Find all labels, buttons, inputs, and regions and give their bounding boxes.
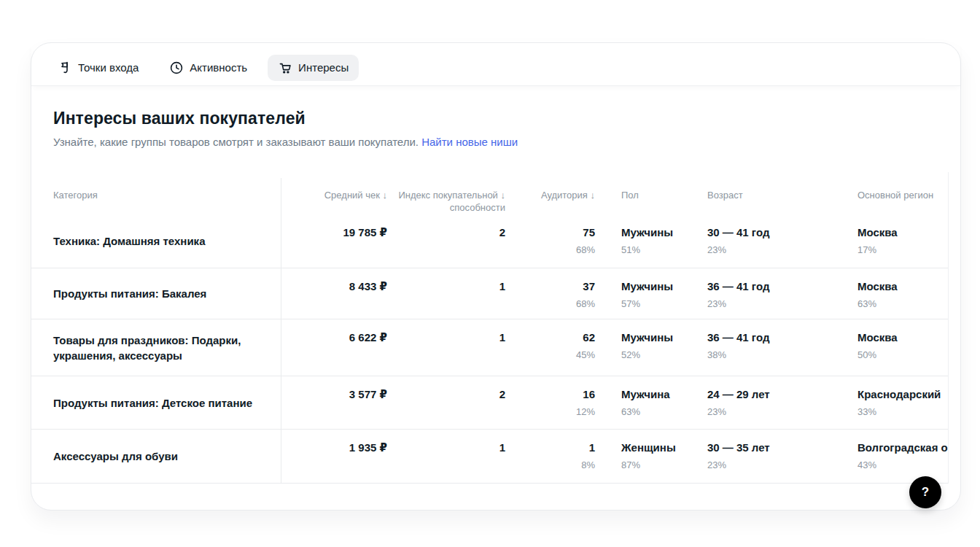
page-subtitle-text: Узнайте, какие группы товаров смотрят и …: [53, 136, 419, 148]
cell-age: 30 — 41 год23%: [681, 214, 831, 268]
table-row: Товары для праздников: Подарки, украшени…: [31, 319, 948, 376]
cell-avg_check: 3 577 ₽: [281, 376, 387, 429]
cell-avg_check: 1 935 ₽: [281, 430, 387, 483]
cell-power_index: 1: [387, 268, 505, 319]
cell-gender: Мужчины52%: [595, 319, 681, 376]
cell-region: Волгоградская о43%: [831, 430, 948, 483]
column-header-avg_check[interactable]: Средний чек ↓: [281, 178, 387, 214]
cell-avg_check: 6 622 ₽: [281, 319, 387, 376]
cell-age: 24 — 29 лет23%: [681, 376, 831, 429]
tab-label: Интересы: [298, 61, 349, 75]
cell-age: 30 — 35 лет23%: [681, 430, 831, 483]
table-body: Техника: Домашняя техника19 785 ₽27568%М…: [31, 214, 948, 484]
cell-category: Товары для праздников: Подарки, украшени…: [31, 319, 281, 376]
cell-power_index: 2: [387, 214, 505, 268]
cell-category: Продукты питания: Детское питание: [31, 376, 281, 429]
cell-region: Краснодарский33%: [831, 376, 948, 429]
clock-icon: [169, 61, 184, 75]
cell-region: Москва63%: [831, 268, 948, 319]
column-header-audience[interactable]: Аудитория ↓: [505, 178, 595, 214]
cell-gender: Женщины87%: [595, 430, 681, 483]
column-header-age: Возраст: [681, 178, 831, 214]
tab-label: Активность: [190, 61, 247, 75]
cell-avg_check: 19 785 ₽: [281, 214, 387, 268]
page-subtitle: Узнайте, какие группы товаров смотрят и …: [53, 135, 938, 150]
cell-power_index: 2: [387, 376, 505, 429]
table-row: Техника: Домашняя техника19 785 ₽27568%М…: [31, 214, 948, 268]
table-header-row: КатегорияСредний чек ↓Индекс покупательн…: [31, 172, 948, 214]
analytics-card: Точки входаАктивностьИнтересы Интересы в…: [31, 42, 961, 511]
cell-audience: 6245%: [505, 319, 595, 376]
column-header-region: Основной регион: [831, 178, 948, 214]
cell-audience: 1612%: [505, 376, 595, 429]
column-header-power_index[interactable]: Индекс покупательной ↓способности: [387, 178, 505, 214]
table-row: Продукты питания: Бакалея8 433 ₽13768%Му…: [31, 268, 948, 319]
page: Точки входаАктивностьИнтересы Интересы в…: [0, 0, 980, 547]
cell-category: Продукты питания: Бакалея: [31, 268, 281, 319]
tab-bar: Точки входаАктивностьИнтересы: [31, 43, 960, 86]
find-niches-link[interactable]: Найти новые ниши: [421, 136, 518, 148]
flag-icon: [58, 61, 72, 75]
tab-точки-входа[interactable]: Точки входа: [47, 55, 149, 81]
cell-avg_check: 8 433 ₽: [281, 268, 387, 319]
cell-gender: Мужчина63%: [595, 376, 681, 429]
cell-region: Москва17%: [831, 214, 948, 268]
cell-category: Аксессуары для обуви: [31, 430, 281, 483]
help-button[interactable]: ?: [909, 476, 941, 508]
cell-audience: 7568%: [505, 214, 595, 268]
cell-age: 36 — 41 год23%: [681, 268, 831, 319]
cell-audience: 18%: [505, 430, 595, 483]
tab-label: Точки входа: [78, 61, 139, 75]
column-header-category: Категория: [31, 178, 281, 214]
cell-age: 36 — 41 год38%: [681, 319, 831, 376]
question-mark-icon: ?: [922, 485, 929, 500]
cell-region: Москва50%: [831, 319, 948, 376]
cell-category: Техника: Домашняя техника: [31, 214, 281, 268]
cell-gender: Мужчины51%: [595, 214, 681, 268]
cell-power_index: 1: [387, 319, 505, 376]
cell-power_index: 1: [387, 430, 505, 483]
tab-активность[interactable]: Активность: [159, 55, 257, 81]
cell-audience: 3768%: [505, 268, 595, 319]
tab-интересы[interactable]: Интересы: [268, 55, 359, 81]
cell-gender: Мужчины57%: [595, 268, 681, 319]
table-row: Аксессуары для обуви1 935 ₽118%Женщины87…: [31, 430, 948, 484]
interests-section: Интересы ваших покупателей Узнайте, каки…: [31, 86, 960, 484]
cart-icon: [278, 61, 292, 75]
interests-table: КатегорияСредний чек ↓Индекс покупательн…: [31, 172, 949, 484]
column-header-gender: Пол: [595, 178, 681, 214]
table-row: Продукты питания: Детское питание3 577 ₽…: [31, 376, 948, 430]
page-title: Интересы ваших покупателей: [53, 108, 938, 128]
